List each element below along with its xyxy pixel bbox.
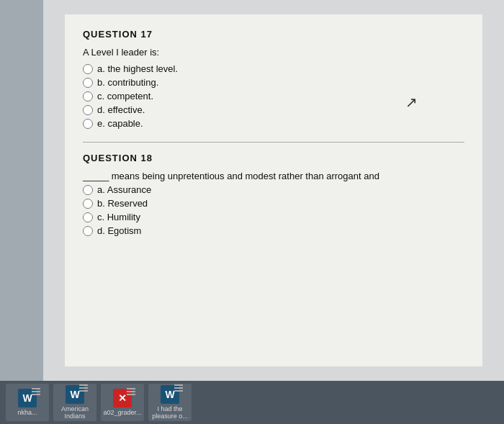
word-lines-3 [127,388,135,395]
section-divider [83,142,464,143]
taskbar-item-4[interactable]: W I had thepleasure o... [148,384,192,421]
question-17-text: A Level I leader is: [83,47,464,58]
taskbar-label-1: nkha... [17,410,37,417]
left-sidebar [0,0,43,381]
q17-label-d: d. effective. [97,104,145,115]
q17-option-e[interactable]: e. capable. [83,118,464,129]
word-lines-4 [174,384,183,392]
main-area: QUESTION 17 A Level I leader is: a. the … [43,0,504,381]
q18-radio-d[interactable] [83,226,93,236]
question-18-title: QUESTION 18 [83,153,464,163]
q17-option-c[interactable]: c. competent. [83,91,464,102]
q17-radio-a[interactable] [83,64,93,74]
question-18-block: QUESTION 18 _____ means being unpretenti… [83,153,464,236]
taskbar: W nkha... W AmericanIndians ✕ a02_grader… [0,381,504,424]
q18-option-b[interactable]: b. Reserved [83,198,464,209]
q17-label-c: c. competent. [97,91,153,102]
q17-option-d[interactable]: d. effective. [83,104,464,115]
taskbar-item-2[interactable]: W AmericanIndians [53,384,96,421]
taskbar-icon-3: ✕ [112,388,132,408]
q17-label-a: a. the highest level. [97,63,178,74]
taskbar-label-4: I had thepleasure o... [152,406,188,420]
q18-label-b: b. Reserved [97,198,148,209]
q17-option-a[interactable]: a. the highest level. [83,63,464,74]
question-17-block: QUESTION 17 A Level I leader is: a. the … [83,29,464,129]
q18-radio-b[interactable] [83,199,93,209]
q17-radio-d[interactable] [83,105,93,115]
word-lines-1 [32,388,40,395]
q18-radio-a[interactable] [83,185,93,195]
q18-option-d[interactable]: d. Egotism [83,225,464,236]
taskbar-label-2: AmericanIndians [61,406,89,420]
q18-label-a: a. Assurance [97,184,151,195]
taskbar-icon-2: W [65,384,85,405]
question-18-text: _____ means being unpretentious and mode… [83,171,464,181]
taskbar-item-1[interactable]: W nkha... [6,384,49,421]
taskbar-label-3: a02_grader... [103,410,141,417]
taskbar-item-3[interactable]: ✕ a02_grader... [101,384,144,421]
q17-radio-b[interactable] [83,78,93,88]
q17-option-b[interactable]: b. contributing. [83,77,464,88]
taskbar-icon-4: W [160,384,180,405]
taskbar-icon-1: W [17,388,37,408]
q18-radio-c[interactable] [83,212,93,222]
question-17-title: QUESTION 17 [83,29,464,40]
q17-label-b: b. contributing. [97,77,158,88]
q18-option-a[interactable]: a. Assurance [83,184,464,195]
q17-label-e: e. capable. [97,118,143,129]
content-area: QUESTION 17 A Level I leader is: a. the … [65,14,482,366]
q17-radio-e[interactable] [83,119,93,129]
q18-label-d: d. Egotism [97,225,141,236]
word-lines-2 [79,384,88,392]
q18-label-c: c. Humility [97,212,140,222]
q18-option-c[interactable]: c. Humility [83,212,464,222]
q17-radio-c[interactable] [83,91,93,102]
